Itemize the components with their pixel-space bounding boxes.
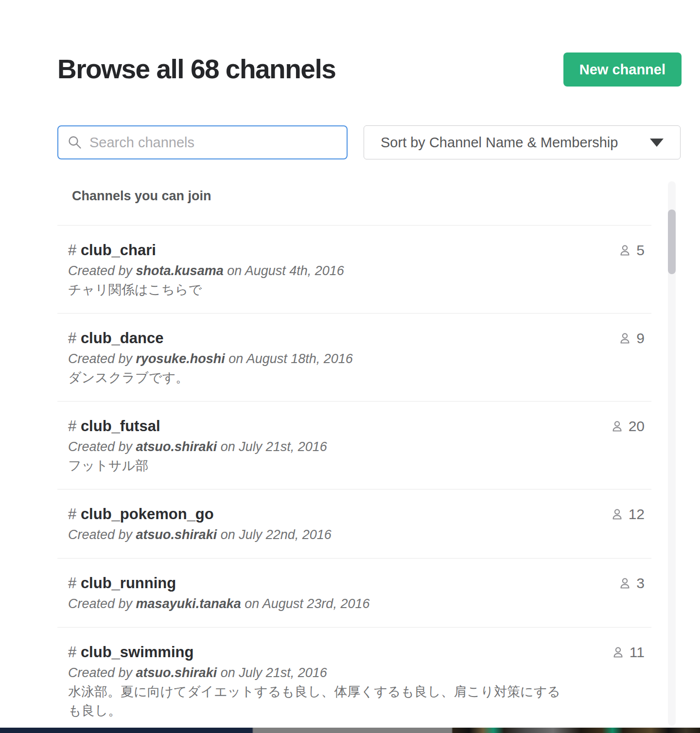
controls-row: Sort by Channel Name & Membership (57, 125, 681, 159)
channel-name: # club_dance (68, 328, 569, 349)
channel-row-club-futsal[interactable]: # club_futsal Created by atsuo.shiraki o… (57, 401, 651, 489)
channel-row-club-swimming[interactable]: # club_swimming Created by atsuo.shiraki… (57, 627, 651, 733)
creator-name: atsuo.shiraki (136, 665, 217, 680)
creator-name: shota.kusama (136, 263, 224, 278)
channel-created-meta: Created by shota.kusama on August 4th, 2… (68, 262, 569, 280)
member-count-value: 20 (629, 418, 645, 435)
channel-description: フットサル部 (68, 456, 569, 475)
channel-created-meta: Created by ryosuke.hoshi on August 18th,… (68, 349, 569, 368)
search-input[interactable] (89, 135, 338, 151)
member-count: 5 (618, 242, 645, 259)
member-count: 3 (618, 575, 645, 592)
creator-name: atsuo.shiraki (136, 527, 217, 542)
sort-dropdown[interactable]: Sort by Channel Name & Membership (364, 125, 681, 159)
channel-row-club-dance[interactable]: # club_dance Created by ryosuke.hoshi on… (57, 313, 651, 401)
member-count-value: 11 (630, 644, 645, 661)
member-count: 20 (611, 418, 645, 435)
channel-created-meta: Created by atsuo.shiraki on July 22nd, 2… (68, 525, 569, 544)
member-count-value: 3 (636, 575, 645, 592)
channel-description: チャリ関係はこちらで (68, 280, 569, 299)
caret-down-icon (650, 139, 664, 147)
channel-row-club-pokemon-go[interactable]: # club_pokemon_go Created by atsuo.shira… (57, 489, 651, 558)
person-icon (618, 577, 631, 590)
channel-created-meta: Created by masayuki.tanaka on August 23r… (68, 594, 569, 613)
scrollbar-track[interactable] (668, 181, 676, 726)
person-icon (618, 244, 631, 257)
page-title: Browse all 68 channels (57, 51, 335, 87)
scrollbar-thumb[interactable] (668, 209, 676, 274)
person-icon (611, 508, 624, 521)
header: Browse all 68 channels New channel (57, 51, 682, 87)
creator-name: atsuo.shiraki (136, 439, 217, 454)
search-icon (67, 135, 83, 150)
person-icon (618, 332, 631, 345)
channel-name: # club_futsal (68, 416, 569, 436)
member-count: 9 (618, 330, 645, 347)
creator-name: masayuki.tanaka (136, 596, 241, 611)
channel-list: # club_chari Created by shota.kusama on … (57, 225, 651, 733)
channel-description: ダンスクラブです。 (68, 368, 569, 387)
channel-created-meta: Created by atsuo.shiraki on July 21st, 2… (68, 663, 569, 682)
channel-created-meta: Created by atsuo.shiraki on July 21st, 2… (68, 437, 569, 456)
background-window-edge (0, 728, 700, 733)
member-count: 11 (612, 644, 645, 661)
member-count-value: 5 (636, 242, 645, 259)
hash-icon: # (68, 418, 76, 435)
browse-channels-page: Browse all 68 channels New channel Sort … (0, 0, 700, 733)
member-count-value: 12 (629, 506, 645, 523)
hash-icon: # (68, 506, 76, 523)
channel-name: # club_pokemon_go (68, 504, 569, 524)
person-icon (611, 420, 624, 433)
channel-name: # club_swimming (68, 642, 569, 663)
channel-name: # club_chari (68, 240, 569, 261)
person-icon (612, 646, 625, 659)
sort-dropdown-label: Sort by Channel Name & Membership (381, 135, 618, 151)
hash-icon: # (68, 644, 76, 661)
member-count: 12 (611, 506, 645, 523)
new-channel-button[interactable]: New channel (563, 52, 682, 87)
search-box[interactable] (57, 125, 348, 159)
channel-description: 水泳部。夏に向けてダイエットするも良し、体厚くするも良し、肩こり対策にするも良し… (68, 682, 569, 720)
section-title: Channels you can join (72, 189, 211, 204)
channel-name: # club_running (68, 573, 569, 593)
channel-row-club-running[interactable]: # club_running Created by masayuki.tanak… (57, 558, 651, 627)
hash-icon: # (68, 330, 76, 347)
channel-row-club-chari[interactable]: # club_chari Created by shota.kusama on … (57, 225, 651, 313)
hash-icon: # (68, 575, 76, 592)
member-count-value: 9 (636, 330, 645, 347)
hash-icon: # (68, 242, 76, 259)
creator-name: ryosuke.hoshi (136, 351, 225, 366)
